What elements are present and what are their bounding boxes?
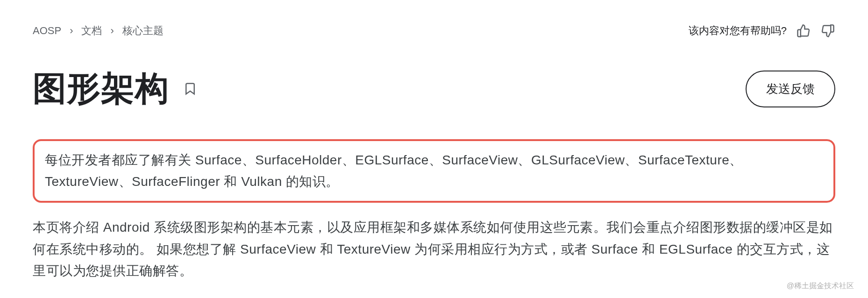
page-title: 图形架构: [33, 66, 169, 111]
highlighted-callout: 每位开发者都应了解有关 Surface、SurfaceHolder、EGLSur…: [33, 139, 835, 203]
breadcrumb: AOSP › 文档 › 核心主题: [33, 24, 164, 38]
highlighted-paragraph: 每位开发者都应了解有关 Surface、SurfaceHolder、EGLSur…: [45, 149, 823, 192]
thumbs-up-button[interactable]: [796, 23, 811, 38]
breadcrumb-item-core-topics[interactable]: 核心主题: [122, 24, 164, 38]
chevron-right-icon: ›: [110, 25, 114, 37]
breadcrumb-item-aosp[interactable]: AOSP: [33, 25, 61, 37]
watermark-text: @稀土掘金技术社区: [787, 281, 854, 291]
thumbs-down-button[interactable]: [820, 23, 835, 38]
send-feedback-button[interactable]: 发送反馈: [746, 71, 835, 107]
thumbs-down-icon: [821, 24, 835, 38]
bookmark-icon: [183, 80, 197, 97]
breadcrumb-item-docs[interactable]: 文档: [81, 24, 102, 38]
thumbs-up-icon: [797, 24, 811, 38]
chevron-right-icon: ›: [70, 25, 73, 37]
body-paragraph: 本页将介绍 Android 系统级图形架构的基本元素，以及应用框架和多媒体系统如…: [33, 217, 835, 282]
bookmark-button[interactable]: [183, 80, 197, 97]
feedback-prompt-group: 该内容对您有帮助吗?: [689, 23, 835, 38]
feedback-prompt-text: 该内容对您有帮助吗?: [689, 24, 787, 38]
